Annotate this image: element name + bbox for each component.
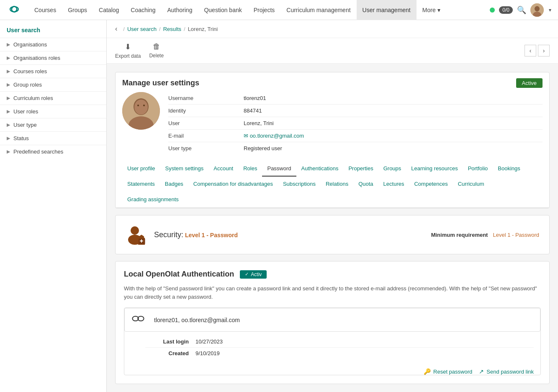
nav-items: Courses Groups Catalog Coaching Authorin… [28,0,490,20]
export-data-button[interactable]: ⬇ Export data [115,42,141,59]
arrow-icon: ▶ [7,55,10,61]
tab-system-settings[interactable]: System settings [160,161,208,177]
external-link-icon: ↗ [479,368,484,375]
email-icon: ✉ [244,133,250,139]
arrow-icon: ▶ [7,149,10,154]
security-right: Minimum requirement Level 1 - Password [431,232,539,238]
activ-label: Activ [251,272,262,277]
auth-description: With the help of "Send password link" yo… [124,284,541,301]
sidebar-item-organisations-roles[interactable]: ▶ Organisations roles [0,51,106,64]
tab-competences[interactable]: Competences [409,177,453,192]
user-type-label: User type [168,145,244,151]
tab-roles[interactable]: Roles [238,161,262,177]
last-login-label: Last login [145,338,195,345]
tabs: User profile System settings Account Rol… [116,161,549,208]
tab-password[interactable]: Password [262,161,296,177]
tab-statements[interactable]: Statements [122,177,160,192]
sidebar-item-status[interactable]: ▶ Status [0,131,106,145]
breadcrumb-back-button[interactable]: ‹ [115,25,117,33]
user-label: User [168,120,244,126]
breadcrumb-results[interactable]: Results [163,26,181,32]
logo[interactable] [7,4,22,15]
toolbar-left: ⬇ Export data 🗑 Delete [115,42,164,59]
tab-curriculum[interactable]: Curriculum [453,177,489,192]
nav-coaching[interactable]: Coaching [125,0,161,20]
created-value: 9/10/2019 [195,350,220,356]
tab-lectures[interactable]: Lectures [378,177,409,192]
arrow-icon: ▶ [7,82,10,87]
check-icon: ✓ [245,272,249,277]
tab-groups[interactable]: Groups [378,161,406,177]
security-label: Security: [154,231,183,239]
email-label: E-mail [168,133,244,139]
last-login-value: 10/27/2023 [195,338,223,345]
tab-account[interactable]: Account [208,161,238,177]
user-menu-chevron[interactable]: ▾ [549,7,551,13]
active-status-badge: Active [516,78,543,88]
svg-point-10 [131,226,139,235]
identity-value: 884741 [244,108,543,114]
toolbar-right: ‹ › [525,45,550,56]
user-avatar[interactable] [530,3,544,17]
user-profile-avatar [122,92,160,130]
local-auth-header: Local OpenOlat Authentication ✓ Activ [124,270,541,279]
sidebar-item-predefined-searches[interactable]: ▶ Predefined searches [0,145,106,158]
nav-curriculum-management[interactable]: Curriculum management [280,0,356,20]
tab-badges[interactable]: Badges [160,177,188,192]
sidebar-item-group-roles[interactable]: ▶ Group roles [0,78,106,91]
breadcrumb: ‹ / User search / Results / Lorenz, Trin… [107,20,558,38]
tab-authentications[interactable]: Authentications [296,161,344,177]
sidebar-item-curriculum-roles[interactable]: ▶ Curriculum roles [0,91,106,105]
send-password-link-button[interactable]: ↗ Send password link [479,368,534,375]
sidebar-item-user-type[interactable]: ▶ User type [0,118,106,131]
export-icon: ⬇ [125,42,131,51]
nav-question-bank[interactable]: Question bank [198,0,247,20]
tab-properties[interactable]: Properties [343,161,378,177]
tab-compensation[interactable]: Compensation for disadvantages [188,177,278,192]
tab-relations[interactable]: Relations [321,177,353,192]
svg-point-8 [137,105,139,106]
activ-badge: ✓ Activ [240,270,267,279]
reset-password-button[interactable]: 🔑 Reset password [424,368,472,375]
sidebar-item-organisations[interactable]: ▶ Organisations [0,38,106,51]
tab-portfolio[interactable]: Portfolio [463,161,493,177]
nav-more[interactable]: More ▾ [417,0,446,20]
nav-authoring[interactable]: Authoring [161,0,198,20]
username-value: tlorenz01 [244,95,543,101]
sidebar-title[interactable]: User search [0,20,106,38]
tab-learning-resources[interactable]: Learning resources [406,161,463,177]
identity-row: Identity 884741 [168,105,543,117]
security-text: Security: Level 1 - Password [154,231,238,239]
tab-subscriptions[interactable]: Subscriptions [278,177,321,192]
nav-groups[interactable]: Groups [62,0,93,20]
nav-catalog[interactable]: Catalog [93,0,125,20]
nav-user-management[interactable]: User management [357,0,417,20]
arrow-icon: ▶ [7,122,10,128]
search-icon[interactable]: 🔍 [517,5,526,15]
user-row: User Lorenz, Trini [168,117,543,130]
email-link[interactable]: ✉ oo.tlorenz@gmail.com [244,133,304,139]
security-min-value: Level 1 - Password [493,232,539,238]
arrow-icon: ▶ [7,95,10,101]
arrow-icon: ▶ [7,136,10,141]
breadcrumb-user-search[interactable]: User search [127,26,157,32]
delete-button[interactable]: 🗑 Delete [149,42,164,59]
tab-user-profile[interactable]: User profile [122,161,160,177]
next-user-button[interactable]: › [538,45,550,56]
tab-quota[interactable]: Quota [353,177,378,192]
tab-grading-assignments[interactable]: Grading assignments [122,192,184,208]
session-counter: 0/0 [499,6,513,14]
breadcrumb-current: Lorenz, Trini [188,26,218,32]
sidebar-item-courses-roles[interactable]: ▶ Courses roles [0,64,106,78]
local-auth-title: Local OpenOlat Authentication [124,270,234,279]
user-settings-title: Manage user settings [122,79,199,87]
prev-user-button[interactable]: ‹ [525,45,536,56]
nav-courses[interactable]: Courses [28,0,62,20]
sidebar-item-user-roles[interactable]: ▶ User roles [0,105,106,118]
tab-bookings[interactable]: Bookings [493,161,525,177]
username-row: Username tlorenz01 [168,92,543,105]
breadcrumb-sep-2: / [159,26,161,32]
auth-account-row: tlorenz01, oo.tlorenz@gmail.com [124,308,540,332]
toolbar: ⬇ Export data 🗑 Delete ‹ › [107,38,558,64]
nav-projects[interactable]: Projects [248,0,281,20]
